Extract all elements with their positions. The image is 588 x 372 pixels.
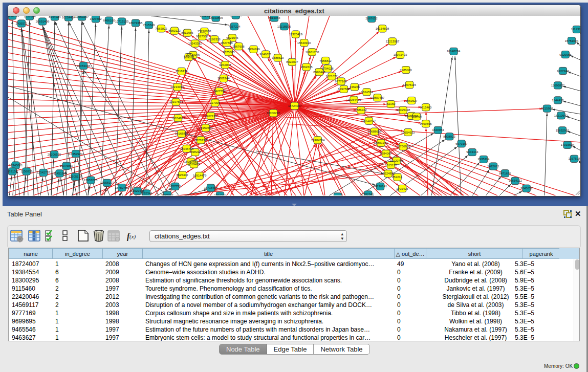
svg-text:8944024: 8944024: [49, 16, 61, 18]
svg-text:19166827: 19166827: [175, 132, 189, 135]
svg-text:1292344: 1292344: [140, 192, 153, 195]
svg-text:9463627: 9463627: [405, 99, 418, 102]
svg-text:8660123: 8660123: [168, 29, 181, 32]
svg-text:8454749: 8454749: [248, 48, 260, 51]
svg-text:16914479: 16914479: [193, 174, 207, 177]
svg-text:6794028: 6794028: [321, 67, 334, 70]
svg-text:19524851: 19524851: [381, 172, 395, 175]
svg-text:1562615: 1562615: [300, 65, 313, 69]
svg-text:1112314: 1112314: [571, 28, 580, 31]
svg-text:8990448: 8990448: [313, 71, 325, 74]
svg-text:18807249: 18807249: [374, 141, 388, 144]
svg-text:6466160: 6466160: [103, 19, 115, 22]
svg-text:1782341: 1782341: [362, 193, 374, 195]
svg-text:10688609: 10688609: [368, 130, 382, 133]
svg-text:18724007: 18724007: [288, 104, 302, 107]
svg-text:2087652: 2087652: [365, 17, 378, 20]
svg-text:10653267: 10653267: [75, 16, 89, 18]
svg-text:9227343: 9227343: [557, 70, 569, 73]
svg-text:(x): (x): [129, 233, 136, 240]
svg-text:1537604: 1537604: [24, 16, 36, 18]
svg-text:16782759: 16782759: [115, 186, 129, 189]
svg-text:8186328: 8186328: [208, 38, 221, 41]
svg-text:3875685: 3875685: [223, 51, 235, 54]
svg-text:10107554: 10107554: [169, 100, 183, 103]
svg-text:2718176: 2718176: [176, 70, 188, 73]
svg-text:16961758: 16961758: [306, 51, 319, 54]
svg-text:20756928: 20756928: [397, 145, 410, 148]
svg-text:9527508: 9527508: [221, 41, 233, 45]
svg-text:10234454: 10234454: [62, 16, 76, 19]
svg-text:19975867: 19975867: [60, 164, 74, 167]
svg-text:10654112: 10654112: [509, 179, 522, 182]
svg-text:7357224: 7357224: [228, 25, 241, 28]
svg-text:18345061: 18345061: [9, 164, 23, 167]
svg-text:15692901: 15692901: [556, 129, 570, 132]
svg-text:1615132: 1615132: [385, 164, 397, 167]
svg-text:7485063: 7485063: [400, 69, 412, 72]
svg-text:988464: 988464: [411, 115, 422, 118]
svg-text:14136141: 14136141: [374, 185, 387, 188]
svg-text:18640910: 18640910: [297, 41, 311, 45]
svg-text:16210643: 16210643: [554, 114, 568, 117]
svg-text:10120746: 10120746: [390, 159, 404, 162]
svg-text:1621072: 1621072: [325, 75, 338, 78]
svg-text:989013: 989013: [184, 56, 194, 59]
svg-text:10025438: 10025438: [397, 108, 410, 112]
svg-text:117006: 117006: [210, 101, 220, 104]
svg-text:12213369: 12213369: [170, 85, 184, 89]
svg-text:9699695: 9699695: [420, 122, 432, 125]
svg-text:3267130: 3267130: [205, 115, 217, 118]
svg-text:12975115: 12975115: [403, 83, 417, 86]
svg-text:9242848: 9242848: [219, 63, 231, 67]
svg-text:1624554: 1624554: [361, 91, 373, 94]
svg-text:15226058: 15226058: [198, 30, 211, 33]
svg-text:746266: 746266: [350, 85, 360, 89]
svg-text:6497568: 6497568: [338, 87, 350, 91]
svg-text:20691406: 20691406: [36, 20, 50, 23]
svg-text:17016504: 17016504: [561, 143, 575, 146]
svg-text:4498222: 4498222: [189, 150, 201, 154]
svg-text:20364436: 20364436: [347, 98, 361, 101]
svg-text:18300295: 18300295: [267, 112, 280, 115]
svg-text:9329966: 9329966: [559, 53, 572, 56]
svg-text:1588520: 1588520: [272, 56, 284, 59]
svg-text:7515526: 7515526: [143, 24, 155, 27]
svg-text:9657791: 9657791: [169, 185, 181, 188]
svg-text:9115460: 9115460: [420, 106, 432, 109]
svg-text:16033809: 16033809: [209, 16, 223, 19]
svg-text:12342737: 12342737: [37, 171, 51, 174]
svg-text:9527500: 9527500: [196, 35, 208, 38]
svg-text:1156819: 1156819: [21, 170, 33, 173]
svg-text:20206555: 20206555: [48, 153, 61, 156]
svg-text:1640954: 1640954: [432, 128, 444, 132]
svg-text:9245652: 9245652: [520, 187, 533, 190]
svg-text:12093872: 12093872: [551, 84, 565, 87]
svg-text:10973493: 10973493: [394, 53, 407, 56]
svg-text:8427552: 8427552: [213, 90, 226, 93]
svg-text:17359924: 17359924: [69, 152, 83, 156]
svg-text:1167534: 1167534: [569, 157, 580, 160]
svg-text:7886322: 7886322: [355, 108, 367, 112]
svg-text:2803144: 2803144: [217, 77, 230, 80]
svg-text:8912956: 8912956: [181, 31, 193, 34]
svg-text:7955812: 7955812: [319, 59, 332, 62]
svg-text:20053346: 20053346: [77, 64, 91, 68]
svg-text:902341: 902341: [333, 195, 343, 195]
svg-text:939154: 939154: [8, 170, 18, 173]
svg-text:10807487: 10807487: [371, 96, 385, 99]
svg-text:4519423: 4519423: [188, 163, 200, 166]
svg-text:1405571: 1405571: [15, 22, 28, 25]
svg-text:9245013: 9245013: [161, 193, 173, 195]
svg-text:19922494: 19922494: [8, 16, 19, 17]
svg-text:1054201: 1054201: [214, 194, 226, 195]
svg-text:2935114: 2935114: [478, 158, 490, 161]
svg-text:12213967: 12213967: [386, 40, 400, 43]
svg-text:10719135: 10719135: [115, 20, 129, 23]
svg-text:16543382: 16543382: [188, 42, 202, 45]
svg-text:1145194: 1145194: [54, 172, 66, 175]
svg-text:19218506: 19218506: [277, 25, 291, 28]
svg-text:2967608: 2967608: [232, 45, 245, 48]
svg-text:7663822: 7663822: [155, 27, 167, 30]
svg-text:8471676: 8471676: [499, 172, 511, 175]
